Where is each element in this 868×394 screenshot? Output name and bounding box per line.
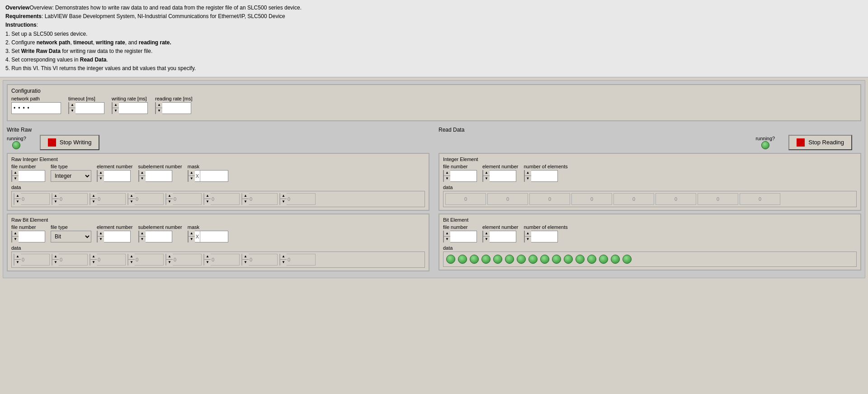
raw-int-data-val-1[interactable] bbox=[59, 194, 81, 204]
read-bit-num-elem-spin[interactable]: ▲ ▼ bbox=[524, 231, 531, 242]
read-int-file-num-value[interactable]: 7 bbox=[450, 171, 471, 181]
read-int-num-elem-down[interactable]: ▼ bbox=[525, 176, 531, 182]
down[interactable]: ▼ bbox=[52, 199, 59, 205]
timeout-spin[interactable]: ▲ ▼ bbox=[69, 102, 75, 114]
up[interactable]: ▲ bbox=[280, 193, 287, 199]
timeout-up[interactable]: ▲ bbox=[69, 102, 75, 108]
raw-int-file-num-spin[interactable]: ▲ ▼ bbox=[12, 170, 19, 182]
writing-rate-input[interactable]: ▲ ▼ 500 bbox=[112, 102, 148, 114]
raw-bit-data-val-3[interactable] bbox=[135, 254, 157, 265]
writing-rate-spin[interactable]: ▲ ▼ bbox=[112, 102, 119, 114]
raw-int-data-spin-7[interactable]: ▲▼ bbox=[280, 193, 287, 205]
raw-int-data-spin-4[interactable]: ▲▼ bbox=[166, 193, 173, 205]
raw-bit-elem-num-value[interactable]: 0 bbox=[104, 231, 124, 242]
raw-bit-file-num-down[interactable]: ▼ bbox=[12, 237, 19, 242]
raw-bit-mask-input[interactable]: ▲ ▼ X FFFF bbox=[188, 231, 228, 242]
raw-bit-data-cell-1[interactable]: ▲▼ bbox=[52, 254, 88, 266]
read-bit-elem-num-value[interactable]: 0 bbox=[490, 231, 510, 242]
raw-bit-mask-up[interactable]: ▲ bbox=[189, 231, 195, 237]
raw-bit-data-cell-6[interactable]: ▲▼ bbox=[241, 254, 278, 266]
read-bit-num-elem-value[interactable]: 1 bbox=[531, 231, 552, 242]
raw-int-data-spin-0[interactable]: ▲▼ bbox=[14, 193, 21, 205]
stop-reading-button[interactable]: Stop Reading bbox=[788, 135, 852, 150]
down[interactable]: ▼ bbox=[166, 199, 173, 205]
raw-bit-data-val-2[interactable] bbox=[97, 254, 119, 265]
raw-int-mask-value[interactable]: FFFF bbox=[200, 171, 223, 181]
s0[interactable]: ▲▼ bbox=[14, 254, 21, 266]
up[interactable]: ▲ bbox=[242, 193, 249, 199]
raw-bit-mask-down[interactable]: ▼ bbox=[189, 237, 195, 242]
down[interactable]: ▼ bbox=[90, 260, 97, 266]
read-bit-file-num-spin[interactable]: ▲ ▼ bbox=[443, 231, 450, 242]
read-bit-elem-num-spin[interactable]: ▲ ▼ bbox=[483, 231, 490, 242]
read-bit-file-num-down[interactable]: ▼ bbox=[444, 237, 450, 242]
raw-bit-data-cell-3[interactable]: ▲▼ bbox=[127, 254, 164, 266]
up[interactable]: ▲ bbox=[14, 193, 21, 199]
up[interactable]: ▲ bbox=[204, 193, 211, 199]
up[interactable]: ▲ bbox=[52, 254, 59, 260]
raw-int-file-num-up[interactable]: ▲ bbox=[12, 170, 19, 176]
raw-int-subelem-num-up[interactable]: ▲ bbox=[139, 170, 146, 176]
raw-int-subelem-num-spin[interactable]: ▲ ▼ bbox=[139, 170, 146, 182]
raw-int-elem-num-input[interactable]: ▲ ▼ 0 bbox=[97, 170, 131, 182]
network-path-input[interactable] bbox=[11, 102, 61, 114]
raw-int-elem-num-value[interactable]: 0 bbox=[104, 171, 124, 181]
raw-int-data-cell-5[interactable]: ▲▼ bbox=[203, 193, 240, 205]
raw-bit-data-val-7[interactable] bbox=[287, 254, 309, 265]
down[interactable]: ▼ bbox=[242, 199, 249, 205]
down[interactable]: ▼ bbox=[90, 199, 97, 205]
raw-int-data-spin-6[interactable]: ▲▼ bbox=[242, 193, 249, 205]
read-int-num-elem-value[interactable]: 1 bbox=[531, 171, 552, 181]
up[interactable]: ▲ bbox=[90, 254, 97, 260]
raw-int-file-num-down[interactable]: ▼ bbox=[12, 176, 19, 182]
raw-int-file-type-select[interactable]: Integer Bit Timer Counter bbox=[51, 170, 91, 182]
reading-rate-input[interactable]: ▲ ▼ 500 bbox=[155, 102, 191, 114]
raw-bit-subelem-num-spin[interactable]: ▲ ▼ bbox=[139, 231, 146, 242]
read-bit-elem-num-down[interactable]: ▼ bbox=[483, 237, 490, 242]
raw-int-data-spin-1[interactable]: ▲▼ bbox=[52, 193, 59, 205]
raw-int-data-spin-5[interactable]: ▲▼ bbox=[204, 193, 211, 205]
up[interactable]: ▲ bbox=[166, 254, 173, 260]
raw-bit-data-val-1[interactable] bbox=[59, 254, 81, 265]
raw-int-file-num-value[interactable]: 7 bbox=[19, 171, 39, 181]
timeout-input[interactable]: ▲ ▼ 1000 bbox=[68, 102, 104, 114]
writing-rate-down[interactable]: ▼ bbox=[113, 108, 119, 114]
up[interactable]: ▲ bbox=[14, 254, 21, 260]
read-int-elem-num-spin[interactable]: ▲ ▼ bbox=[483, 170, 490, 182]
raw-bit-data-cell-5[interactable]: ▲▼ bbox=[203, 254, 240, 266]
read-int-file-num-up[interactable]: ▲ bbox=[444, 170, 450, 176]
read-bit-elem-num-input[interactable]: ▲ ▼ 0 bbox=[482, 231, 516, 242]
raw-bit-file-num-spin[interactable]: ▲ ▼ bbox=[12, 231, 19, 242]
raw-bit-mask-value[interactable]: FFFF bbox=[200, 231, 223, 242]
up[interactable]: ▲ bbox=[242, 254, 249, 260]
raw-int-data-cell-7[interactable]: ▲▼ bbox=[279, 193, 316, 205]
raw-bit-file-num-up[interactable]: ▲ bbox=[12, 231, 19, 237]
read-int-num-elem-up[interactable]: ▲ bbox=[525, 170, 531, 176]
timeout-down[interactable]: ▼ bbox=[69, 108, 75, 114]
down[interactable]: ▼ bbox=[14, 199, 21, 205]
down[interactable]: ▼ bbox=[166, 260, 173, 266]
raw-bit-data-val-6[interactable] bbox=[249, 254, 271, 265]
raw-int-subelem-num-down[interactable]: ▼ bbox=[139, 176, 146, 182]
raw-int-data-cell-2[interactable]: ▲▼ bbox=[90, 193, 126, 205]
raw-int-data-cell-6[interactable]: ▲▼ bbox=[241, 193, 278, 205]
down[interactable]: ▼ bbox=[128, 260, 135, 266]
raw-int-mask-spin[interactable]: ▲ ▼ bbox=[188, 170, 195, 182]
raw-int-data-val-6[interactable] bbox=[249, 194, 271, 204]
read-int-elem-num-value[interactable]: 0 bbox=[490, 171, 510, 181]
raw-int-data-cell-1[interactable]: ▲▼ bbox=[52, 193, 88, 205]
reading-rate-value[interactable]: 500 bbox=[162, 103, 185, 114]
raw-int-mask-input[interactable]: ▲ ▼ X FFFF bbox=[188, 170, 228, 182]
raw-bit-file-num-value[interactable]: 3 bbox=[19, 231, 39, 242]
raw-bit-subelem-num-input[interactable]: ▲ ▼ 0 bbox=[138, 231, 172, 242]
raw-bit-file-type-select[interactable]: Integer Bit Timer Counter bbox=[51, 231, 91, 242]
reading-rate-spin[interactable]: ▲ ▼ bbox=[156, 102, 162, 114]
raw-int-data-val-7[interactable] bbox=[287, 194, 309, 204]
down[interactable]: ▼ bbox=[14, 260, 21, 266]
raw-int-data-cell-3[interactable]: ▲▼ bbox=[127, 193, 164, 205]
down[interactable]: ▼ bbox=[280, 199, 287, 205]
writing-rate-value[interactable]: 500 bbox=[119, 103, 142, 114]
down[interactable]: ▼ bbox=[242, 260, 249, 266]
read-int-elem-num-input[interactable]: ▲ ▼ 0 bbox=[482, 170, 516, 182]
up[interactable]: ▲ bbox=[128, 193, 135, 199]
